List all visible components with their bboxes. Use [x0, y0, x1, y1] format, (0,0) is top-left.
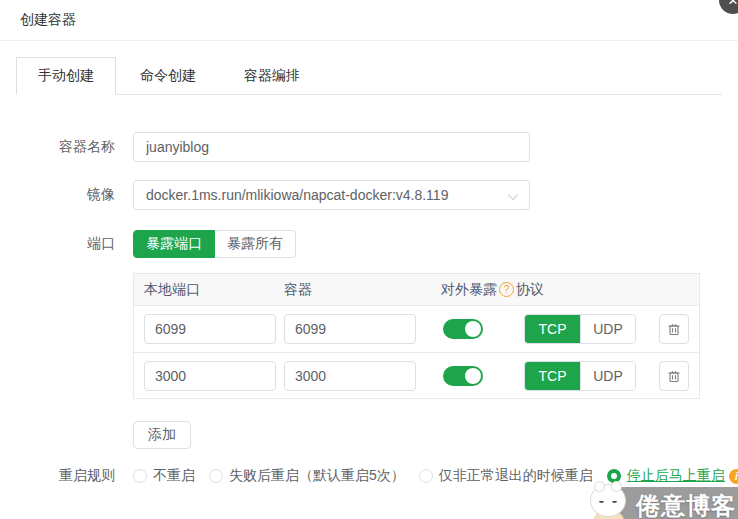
header-local-port: 本地端口: [134, 281, 284, 299]
radio-label: 仅非正常退出的时候重启: [439, 467, 593, 485]
protocol-udp-button[interactable]: UDP: [580, 362, 635, 390]
tabs-bar: 手动创建 命令创建 容器编排: [16, 57, 722, 95]
radio-restart-on-failure[interactable]: 失败后重启（默认重启5次）: [209, 467, 405, 485]
radio-icon: [133, 469, 147, 483]
radio-no-restart[interactable]: 不重启: [133, 467, 195, 485]
port-row: TCP UDP: [134, 306, 699, 352]
delete-port-button[interactable]: [659, 314, 689, 344]
radio-icon: [209, 469, 223, 483]
radio-restart-always[interactable]: 停止后马上重启 i: [607, 467, 738, 485]
port-label: 端口: [0, 235, 115, 253]
watermark-text: 倦意博客: [636, 490, 736, 519]
watermark: 倦意博客: [588, 484, 738, 519]
restart-rule-row: 重启规则 不重启 失败后重启（默认重启5次） 仅非正常退出的时候重启 停止后马上…: [0, 467, 738, 485]
expose-toggle[interactable]: [443, 319, 483, 339]
toggle-knob: [465, 321, 481, 337]
port-table-header: 本地端口 容器 对外暴露? 协议: [134, 274, 699, 306]
port-mode-expose-button[interactable]: 暴露端口: [133, 230, 215, 258]
expose-toggle[interactable]: [443, 366, 483, 386]
tab-command-create[interactable]: 命令创建: [116, 57, 220, 94]
container-name-label: 容器名称: [0, 138, 115, 156]
radio-icon: [607, 469, 621, 483]
container-name-row: 容器名称: [0, 132, 738, 162]
trash-icon: [667, 369, 681, 383]
image-label: 镜像: [0, 186, 115, 204]
header-expose: 对外暴露?: [441, 281, 516, 299]
radio-label: 停止后马上重启: [627, 467, 725, 485]
protocol-udp-button[interactable]: UDP: [580, 315, 635, 343]
protocol-segmented: TCP UDP: [524, 361, 636, 391]
image-select-value: docker.1ms.run/mlikiowa/napcat-docker:v4…: [146, 187, 448, 203]
header-expose-text: 对外暴露: [441, 281, 497, 299]
chevron-down-icon: [508, 190, 518, 200]
container-name-input[interactable]: [133, 132, 530, 162]
header-protocol: 协议: [516, 281, 659, 299]
container-port-input[interactable]: [284, 314, 416, 344]
add-port-button[interactable]: 添加: [133, 421, 191, 449]
mascot-icon: [590, 484, 626, 517]
info-icon[interactable]: i: [729, 469, 738, 484]
tab-manual-create[interactable]: 手动创建: [16, 57, 116, 95]
radio-label: 不重启: [153, 467, 195, 485]
image-row: 镜像 docker.1ms.run/mlikiowa/napcat-docker…: [0, 180, 738, 210]
help-icon[interactable]: ?: [499, 282, 514, 297]
container-port-input[interactable]: [284, 361, 416, 391]
dialog-title: 创建容器: [20, 11, 76, 29]
toggle-knob: [465, 368, 481, 384]
protocol-segmented: TCP UDP: [524, 314, 636, 344]
port-mode-segmented: 暴露端口 暴露所有: [133, 230, 296, 258]
port-mode-all-button[interactable]: 暴露所有: [215, 230, 296, 258]
port-table: 本地端口 容器 对外暴露? 协议 TCP UDP: [133, 273, 700, 399]
port-mode-row: 端口 暴露端口 暴露所有: [0, 230, 738, 258]
protocol-tcp-button[interactable]: TCP: [525, 315, 580, 343]
delete-port-button[interactable]: [659, 361, 689, 391]
local-port-input[interactable]: [144, 314, 276, 344]
radio-restart-unless-stopped[interactable]: 仅非正常退出的时候重启: [419, 467, 593, 485]
watermark-badge: 倦意博客: [602, 487, 738, 519]
restart-radio-group: 不重启 失败后重启（默认重启5次） 仅非正常退出的时候重启 停止后马上重启 i: [133, 467, 738, 485]
radio-label: 失败后重启（默认重启5次）: [229, 467, 405, 485]
radio-icon: [419, 469, 433, 483]
image-select[interactable]: docker.1ms.run/mlikiowa/napcat-docker:v4…: [133, 180, 530, 210]
mascot-body: [594, 512, 624, 519]
dialog-header: 创建容器: [0, 0, 738, 41]
port-row: TCP UDP: [134, 352, 699, 398]
restart-rule-label: 重启规则: [0, 467, 115, 485]
tab-compose[interactable]: 容器编排: [220, 57, 324, 94]
trash-icon: [667, 322, 681, 336]
header-container-port: 容器: [284, 281, 441, 299]
local-port-input[interactable]: [144, 361, 276, 391]
protocol-tcp-button[interactable]: TCP: [525, 362, 580, 390]
